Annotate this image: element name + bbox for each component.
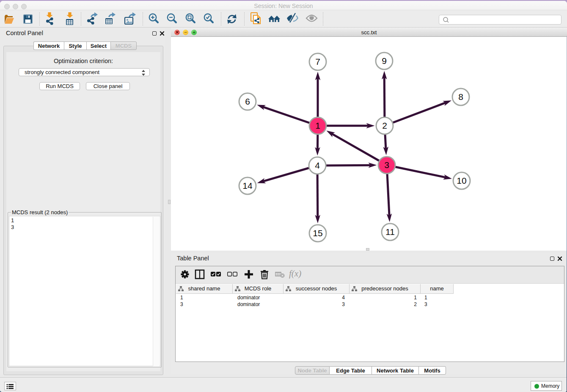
- svg-text:4: 4: [315, 160, 320, 170]
- svg-text:8: 8: [458, 92, 463, 102]
- svg-text:15: 15: [313, 228, 322, 238]
- svg-text:1: 1: [315, 121, 320, 130]
- svg-text:3: 3: [384, 160, 389, 170]
- svg-text:11: 11: [385, 227, 395, 237]
- svg-text:2: 2: [382, 121, 387, 130]
- svg-text:10: 10: [457, 176, 466, 185]
- svg-text:9: 9: [382, 56, 387, 66]
- svg-text:7: 7: [315, 57, 320, 66]
- svg-text:6: 6: [245, 97, 250, 106]
- svg-text:14: 14: [242, 181, 253, 190]
